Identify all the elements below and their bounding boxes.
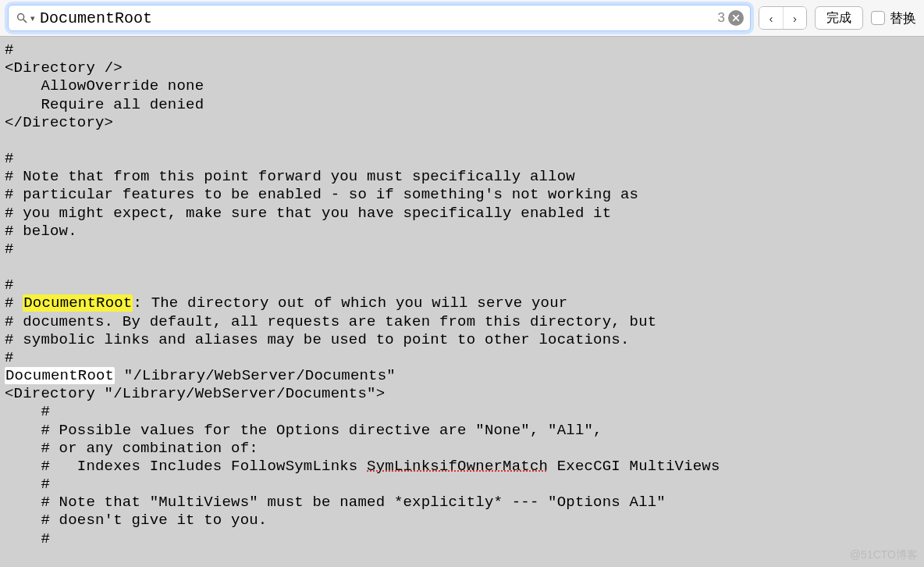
code-line: # documents. By default, all requests ar… <box>5 313 656 330</box>
replace-checkbox[interactable] <box>871 11 885 25</box>
replace-toggle[interactable]: 替换 <box>871 9 916 27</box>
code-line: # <box>5 530 50 547</box>
replace-label: 替换 <box>890 9 916 27</box>
search-menu-chevron-icon[interactable]: ▾ <box>30 13 35 23</box>
code-line: <Directory <box>5 59 105 77</box>
code-line: Require all denied <box>5 96 204 113</box>
next-result-button[interactable]: › <box>783 7 806 29</box>
code-line: # <box>5 241 14 258</box>
code-line: </Directory> <box>5 114 113 131</box>
svg-line-1 <box>23 20 27 23</box>
code-line: "/Library/WebServer/Documents" <box>115 367 396 384</box>
code-line: # Note that "MultiViews" must be named *… <box>5 494 666 511</box>
code-line: # <box>5 150 14 167</box>
search-input[interactable] <box>40 9 715 27</box>
find-bar: ▾ 3 ‹ › 完成 替换 <box>0 0 924 37</box>
code-line: # <box>5 476 50 493</box>
code-line: # Indexes Includes FollowSymLinks <box>5 458 367 475</box>
code-line: /> <box>105 59 123 77</box>
code-line: AllowOverride none <box>5 77 204 94</box>
code-line: # <box>5 276 14 294</box>
code-line: # doesn't give it to you. <box>5 512 267 529</box>
code-line: # or any combination of: <box>5 440 258 457</box>
search-nav-buttons: ‹ › <box>759 6 807 30</box>
search-hit: DocumentRoot <box>5 367 115 384</box>
search-icon[interactable] <box>15 11 29 25</box>
code-line: # below. <box>5 223 77 240</box>
search-result-count: 3 <box>715 10 728 26</box>
svg-point-0 <box>18 14 24 20</box>
code-line: : The directory out of which you will se… <box>133 294 567 312</box>
code-line: # <box>5 41 14 59</box>
code-line: # symbolic links and aliases may be used… <box>5 331 630 348</box>
code-line: # <box>5 349 14 366</box>
watermark: @51CTO博客 <box>850 548 918 562</box>
done-button[interactable]: 完成 <box>815 6 863 30</box>
clear-search-button[interactable] <box>728 10 744 26</box>
code-line: # <box>5 294 23 312</box>
search-hit-current: DocumentRoot <box>23 294 133 312</box>
code-line: ExecCGI MultiViews <box>548 458 720 475</box>
code-line: # Note that from this point forward you … <box>5 168 575 185</box>
editor-content[interactable]: # <Directory /> AllowOverride none Requi… <box>0 37 924 556</box>
prev-result-button[interactable]: ‹ <box>759 7 783 29</box>
spell-error: SymLinksifOwnerMatch <box>367 458 548 475</box>
code-line: <Directory "/Library/WebServer/Documents… <box>5 385 385 402</box>
code-line: # <box>5 403 50 420</box>
code-line: # particular features to be enabled - so… <box>5 186 638 203</box>
code-line: # you might expect, make sure that you h… <box>5 205 611 222</box>
code-line: # Possible values for the Options direct… <box>5 422 602 439</box>
search-field-wrap: ▾ 3 <box>8 5 751 31</box>
